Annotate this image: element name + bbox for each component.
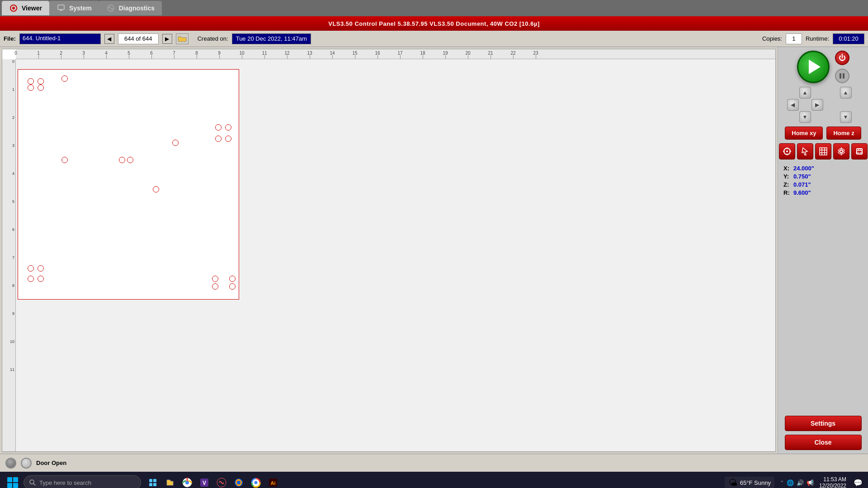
runtime-display: 0:01:20 xyxy=(833,33,864,44)
tab-diagnostics-label: Diagnostics xyxy=(119,5,155,12)
svg-point-17 xyxy=(840,150,843,153)
laser-circle xyxy=(172,140,179,146)
taskbar-files-button[interactable] xyxy=(162,474,178,488)
svg-point-37 xyxy=(255,481,258,484)
laser-circle xyxy=(225,124,231,131)
next-file-button[interactable]: ▶ xyxy=(162,34,172,44)
xy-dpad: ▲ ▼ ◀ ▶ xyxy=(787,87,823,123)
laser-circle xyxy=(215,124,222,131)
title-bar: Viewer System Diagnostics xyxy=(0,0,868,16)
weather-area[interactable]: 🌤 65°F Sunny xyxy=(725,477,774,488)
speaker-icon[interactable]: 📢 xyxy=(807,479,814,486)
dpad-right-button[interactable]: ▶ xyxy=(811,99,823,111)
pause-button[interactable] xyxy=(835,69,849,83)
taskbar-app6-button[interactable] xyxy=(213,474,230,488)
tab-system[interactable]: System xyxy=(49,1,99,15)
created-date: Tue 20 Dec 2022, 11:47am xyxy=(232,33,311,44)
main-content: 01234567891011121314151617181920212223 0… xyxy=(0,47,868,454)
laser-circle xyxy=(229,283,236,290)
app6-icon xyxy=(217,478,226,488)
coord-z-label: Z: xyxy=(783,181,792,188)
pause-icon xyxy=(840,73,844,79)
laser-circle xyxy=(229,276,236,282)
z-down-button[interactable]: ▼ xyxy=(840,111,852,123)
focus-tool-button[interactable] xyxy=(779,143,795,160)
app-header: VLS3.50 Control Panel 5.38.57.95 VLS3.50… xyxy=(0,16,868,31)
z-up-button[interactable]: ▲ xyxy=(840,87,852,99)
svg-point-1 xyxy=(12,7,15,9)
door-indicator-1 xyxy=(5,458,16,469)
file-selector[interactable]: 644. Untitled-1 xyxy=(19,33,101,44)
work-area xyxy=(18,69,239,300)
runtime-label: Runtime: xyxy=(806,35,829,42)
canvas-area: 01234567891011121314151617181920212223 0… xyxy=(0,47,778,454)
viewer-icon xyxy=(9,4,18,13)
dpad-container: ▲ ▼ ◀ ▶ ▲ ▼ xyxy=(787,87,859,123)
home-xy-button[interactable]: Home xy xyxy=(785,127,823,140)
network-icon[interactable]: 🌐 xyxy=(787,479,794,486)
grid-tool-button[interactable] xyxy=(815,143,831,160)
laser-circle xyxy=(38,276,44,282)
dpad-left-button[interactable]: ◀ xyxy=(787,99,799,111)
open-folder-button[interactable] xyxy=(176,33,189,44)
svg-text:V: V xyxy=(203,480,206,486)
svg-rect-26 xyxy=(153,479,156,482)
svg-rect-27 xyxy=(149,483,152,486)
time-display: 11:53 AM xyxy=(823,476,846,483)
laser-circle xyxy=(38,78,44,84)
play-icon xyxy=(809,60,821,74)
svg-point-7 xyxy=(786,150,788,152)
svg-text:00:00: 00:00 xyxy=(856,151,863,154)
prev-file-button[interactable]: ◀ xyxy=(104,34,114,44)
tray-up-arrow[interactable]: ⌃ xyxy=(780,480,784,486)
tab-diagnostics[interactable]: Diagnostics xyxy=(99,1,162,15)
start-button[interactable] xyxy=(4,474,22,488)
laser-circle xyxy=(38,84,44,91)
svg-text:Ai: Ai xyxy=(271,480,276,486)
coord-z-value: 0.071" xyxy=(793,181,811,188)
notification-button[interactable]: 💬 xyxy=(852,479,864,487)
coord-r-label: R: xyxy=(783,189,792,196)
settings2-tool-button[interactable] xyxy=(833,143,849,160)
coord-x-row: X: 24.000" xyxy=(783,165,863,172)
ruler-top: 01234567891011121314151617181920212223 xyxy=(16,49,775,59)
clock-area[interactable]: 11:53 AM 12/20/2022 xyxy=(819,476,846,488)
laser-circle xyxy=(119,157,125,163)
settings-button[interactable]: Settings xyxy=(785,416,862,431)
created-label: Created on: xyxy=(198,35,228,42)
svg-rect-2 xyxy=(58,5,64,9)
power-button[interactable]: ⏻ xyxy=(835,51,849,65)
system-tray: ⌃ 🌐 🔊 📢 xyxy=(780,479,814,486)
taskbar-widgets-button[interactable] xyxy=(145,474,161,488)
taskbar-chrome-button[interactable] xyxy=(179,474,195,488)
laser-circle xyxy=(153,186,159,192)
tab-viewer[interactable]: Viewer xyxy=(2,1,49,15)
taskbar-firefox-button[interactable] xyxy=(231,474,247,488)
dpad-down-button[interactable]: ▼ xyxy=(799,111,811,123)
close-button[interactable]: Close xyxy=(785,435,862,450)
canvas-container[interactable]: 01234567891011121314151617181920212223 0… xyxy=(2,49,776,452)
laser-circle xyxy=(127,157,133,163)
canvas-work[interactable] xyxy=(16,59,775,451)
pointer-tool-button[interactable] xyxy=(797,143,813,160)
laser-circle xyxy=(212,283,218,290)
dpad-up-button[interactable]: ▲ xyxy=(799,87,811,99)
svg-line-24 xyxy=(33,483,35,485)
copies-input[interactable]: 1 xyxy=(786,33,802,44)
app5-icon: V xyxy=(199,478,209,488)
coord-r-row: R: 9.600" xyxy=(783,189,863,196)
illustrator-icon: Ai xyxy=(268,478,278,488)
taskbar-chrome2-button[interactable] xyxy=(248,474,264,488)
laser-circle xyxy=(225,136,231,142)
timer-tool-button[interactable]: 00:00 xyxy=(851,143,868,160)
volume-icon[interactable]: 🔊 xyxy=(797,479,804,486)
search-icon xyxy=(29,479,36,486)
grid-icon xyxy=(819,147,828,156)
taskbar-app5-button[interactable]: V xyxy=(196,474,212,488)
home-z-button[interactable]: Home z xyxy=(826,127,861,140)
power-icon: ⏻ xyxy=(839,54,846,62)
play-button[interactable] xyxy=(797,51,830,83)
taskbar-illustrator-button[interactable]: Ai xyxy=(265,474,281,488)
home-buttons-row: Home xy Home z xyxy=(785,127,861,140)
search-bar[interactable]: Type here to search xyxy=(24,475,141,488)
